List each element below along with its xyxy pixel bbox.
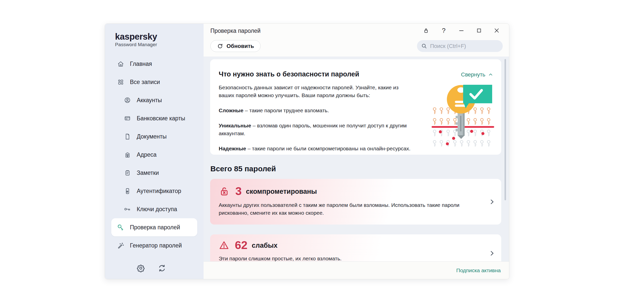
settings-button[interactable] <box>136 264 145 272</box>
page-title: Проверка паролей <box>210 27 261 34</box>
lock-button[interactable] <box>417 25 435 36</box>
sidebar-item-label: Главная <box>130 61 152 67</box>
building-icon <box>123 151 132 158</box>
chevron-right-icon <box>489 199 495 206</box>
logo-product: Password Manager <box>115 42 157 47</box>
weak-label: слабых <box>252 242 277 250</box>
titlebar: Проверка паролей ? <box>204 24 509 38</box>
help-icon: ? <box>442 27 445 35</box>
sidebar-item-label: Проверка паролей <box>130 224 180 231</box>
footer-bar: Подписка активна <box>204 261 509 279</box>
minimize-button[interactable] <box>453 25 470 36</box>
minimize-icon <box>458 27 465 34</box>
sidebar-item-label: Адреса <box>137 151 157 158</box>
info-intro: Безопасность данных зависит от надежност… <box>219 84 414 99</box>
weak-passwords-card[interactable]: 62 слабых Эти пароли слишком простые, их… <box>210 234 501 262</box>
sidebar-item-password-check[interactable]: Проверка паролей <box>111 218 197 236</box>
search-icon <box>421 43 427 49</box>
sidebar-item-authenticator[interactable]: Аутентификатор <box>111 182 197 200</box>
sidebar-item-label: Генератор паролей <box>130 242 182 249</box>
sidebar-item-password-generator[interactable]: Генератор паролей <box>111 236 197 255</box>
content-area: Что нужно знать о безопасности паролей С… <box>204 57 509 262</box>
info-point-unique: Уникальные – взломав один пароль, мошенн… <box>219 122 414 137</box>
key-check-illustration <box>432 84 494 147</box>
maximize-button[interactable] <box>470 25 488 36</box>
subscription-status-link[interactable]: Подписка активна <box>456 267 501 273</box>
note-icon <box>123 170 132 176</box>
close-icon <box>493 27 500 34</box>
info-point-complex: Сложные – такие пароли труднее взломать. <box>219 106 414 114</box>
kaspersky-logo: kaspersky Password Manager <box>115 32 157 47</box>
help-button[interactable]: ? <box>435 25 453 36</box>
app-window: kaspersky Password Manager Главная Все з… <box>105 23 509 279</box>
wand-icon <box>116 242 125 249</box>
sidebar-item-documents[interactable]: Документы <box>111 127 197 146</box>
passkey-icon <box>123 206 132 213</box>
refresh-icon <box>217 43 223 49</box>
sidebar-nav: Главная Все записи Аккаунты Банковские к… <box>105 55 204 255</box>
password-safety-info-card: Что нужно знать о безопасности паролей С… <box>210 59 501 155</box>
sidebar-item-label: Банковские карты <box>137 115 185 122</box>
warning-triangle-icon <box>219 240 229 251</box>
total-passwords-heading: Всего 85 паролей <box>210 164 276 173</box>
sidebar-item-notes[interactable]: Заметки <box>111 164 197 182</box>
info-card-title: Что нужно знать о безопасности паролей <box>219 70 359 78</box>
home-icon <box>116 61 125 67</box>
sidebar-item-home[interactable]: Главная <box>111 55 197 73</box>
chevron-right-icon <box>489 250 495 258</box>
lock-icon <box>423 27 429 34</box>
weak-description: Эти пароли слишком простые, их легко взл… <box>219 255 490 262</box>
search-input[interactable] <box>430 43 499 49</box>
document-icon <box>123 133 132 140</box>
gear-icon <box>137 264 145 272</box>
sidebar-item-label: Заметки <box>137 170 159 176</box>
close-button[interactable] <box>488 25 506 36</box>
bank-card-icon <box>123 115 132 122</box>
refresh-label: Обновить <box>227 43 254 49</box>
sidebar-item-label: Аутентификатор <box>137 188 181 195</box>
check-bubble <box>463 85 492 108</box>
card-head: 3 скомпрометированы <box>219 185 317 197</box>
sidebar-item-accounts[interactable]: Аккаунты <box>111 91 197 109</box>
card-head: 62 слабых <box>219 239 277 251</box>
sidebar-item-addresses[interactable]: Адреса <box>111 146 197 164</box>
logo-brand: kaspersky <box>115 32 157 41</box>
sidebar-item-passkeys[interactable]: Ключи доступа <box>111 200 197 218</box>
compromised-passwords-card[interactable]: 3 скомпрометированы Аккаунты других поль… <box>210 179 501 225</box>
info-card-body: Безопасность данных зависит от надежност… <box>219 84 414 160</box>
toolbar: Обновить <box>210 40 503 52</box>
sidebar-item-bank-cards[interactable]: Банковские карты <box>111 109 197 127</box>
maximize-icon <box>476 27 482 34</box>
window-controls: ? <box>417 25 506 36</box>
sidebar-item-label: Документы <box>137 133 167 140</box>
main-area: Проверка паролей ? <box>204 24 509 279</box>
info-point-reliable: Надежные – такие пароли не были скомпром… <box>219 145 414 152</box>
weak-count: 62 <box>235 239 247 251</box>
sidebar: kaspersky Password Manager Главная Все з… <box>105 24 204 279</box>
collapse-label: Свернуть <box>461 71 486 78</box>
scrollbar-thumb[interactable] <box>505 59 506 200</box>
authenticator-icon <box>123 188 132 195</box>
chevron-up-icon <box>488 72 493 77</box>
sidebar-item-label: Аккаунты <box>137 97 162 104</box>
search-box <box>417 40 503 52</box>
sidebar-item-label: Все записи <box>130 79 160 86</box>
collapse-link[interactable]: Свернуть <box>461 71 493 78</box>
sidebar-actions <box>136 264 166 272</box>
sidebar-item-all-entries[interactable]: Все записи <box>111 73 197 91</box>
compromised-description: Аккаунты других пользователей с таким же… <box>219 201 490 217</box>
compromised-count: 3 <box>235 185 242 197</box>
unlocked-x-icon <box>219 186 230 197</box>
sidebar-item-label: Ключи доступа <box>137 206 177 213</box>
sync-button[interactable] <box>158 264 166 272</box>
refresh-button[interactable]: Обновить <box>210 40 261 52</box>
sync-icon <box>158 264 166 272</box>
user-icon <box>123 97 132 104</box>
key-check-icon <box>116 224 125 231</box>
grid-icon <box>116 79 125 86</box>
compromised-label: скомпрометированы <box>246 188 317 196</box>
